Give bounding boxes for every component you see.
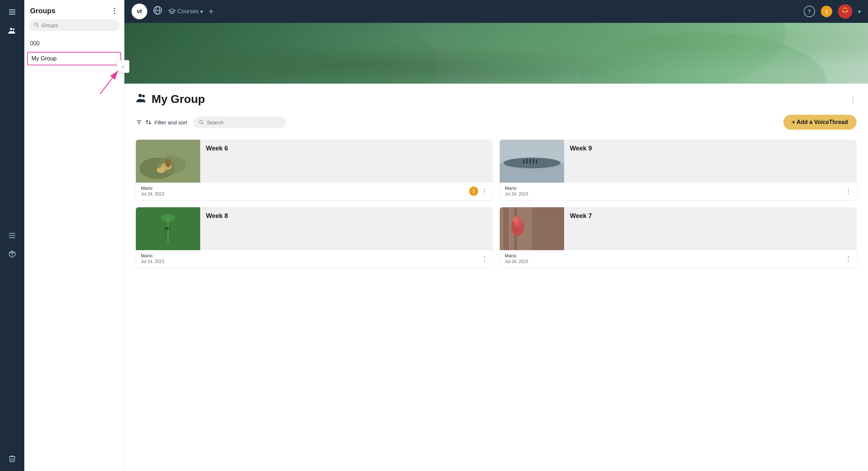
card-badge-week6: 1	[469, 187, 478, 196]
svg-point-55	[166, 227, 168, 229]
content-area: My Group ⋮ Filter and sort + Add a Voice…	[124, 84, 868, 471]
svg-rect-2	[9, 14, 15, 15]
svg-rect-64	[503, 207, 509, 250]
svg-point-53	[161, 214, 175, 222]
avatar-dropdown-icon[interactable]: ▾	[858, 8, 861, 15]
help-button[interactable]: ?	[804, 6, 815, 17]
main-content: vt Courses ▾ + ? 1	[124, 0, 868, 471]
svg-rect-1	[9, 11, 15, 13]
card-title-week9: Week 9	[570, 145, 592, 152]
sidebar-title: Groups	[30, 7, 55, 15]
svg-point-45	[503, 158, 561, 168]
hero-banner	[124, 23, 868, 84]
svg-rect-7	[9, 237, 15, 238]
sidebar-menu-button[interactable]: ⋮	[111, 6, 118, 15]
card-date-week7: Jul 24, 2023	[505, 259, 528, 264]
card-thumbnail-week9[interactable]	[500, 140, 564, 183]
voicethread-grid: Week 6 Mario Jul 24, 2023 1 ⋮	[136, 140, 857, 268]
trash-icon[interactable]	[4, 451, 20, 467]
card-actions-week7: ⋮	[845, 255, 852, 263]
card-footer-week6: Mario Jul 24, 2023 1 ⋮	[136, 183, 493, 200]
add-button[interactable]: +	[209, 6, 214, 16]
svg-point-29	[142, 95, 145, 97]
filter-bar: Filter and sort + Add a VoiceThread	[136, 115, 857, 130]
search-icon	[34, 22, 39, 28]
card-more-menu-week8[interactable]: ⋮	[481, 255, 488, 263]
card-author-week8: Mario	[141, 253, 164, 258]
voicethread-search-input[interactable]	[207, 119, 280, 125]
filter-sort-button[interactable]: Filter and sort	[136, 119, 187, 125]
card-more-menu-week9[interactable]: ⋮	[845, 187, 852, 195]
sidebar-search-input[interactable]	[41, 23, 115, 28]
card-author-week6: Mario	[141, 185, 164, 191]
card-week6: Week 6 Mario Jul 24, 2023 1 ⋮	[136, 140, 493, 200]
card-week8: Week 8 Mario Jul 24, 2023 ⋮	[136, 207, 493, 268]
card-week7: Week 7 Mario Jul 24, 2023 ⋮	[500, 207, 857, 268]
svg-rect-47	[526, 158, 528, 164]
sidebar-item-my-group[interactable]: My Group	[27, 52, 121, 65]
card-actions-week8: ⋮	[481, 255, 488, 263]
sidebar-item-000[interactable]: 000	[24, 37, 124, 50]
card-thumbnail-week8[interactable]	[136, 207, 200, 250]
svg-rect-48	[529, 159, 531, 164]
add-voicethread-button[interactable]: + Add a VoiceThread	[783, 115, 857, 130]
cube-icon[interactable]	[4, 246, 20, 262]
card-title-week6: Week 6	[206, 145, 228, 152]
group-icon	[136, 92, 147, 106]
sidebar: Groups ⋮ 000 My Group	[24, 0, 124, 471]
svg-point-10	[34, 23, 37, 26]
svg-rect-50	[536, 159, 537, 164]
chevron-left-icon: ‹	[122, 64, 124, 69]
courses-dropdown[interactable]: Courses ▾	[168, 8, 203, 15]
group-title-row: My Group	[136, 92, 205, 106]
sidebar-header: Groups ⋮	[24, 0, 124, 19]
group-header: My Group ⋮	[136, 92, 857, 106]
card-thumbnail-week6[interactable]	[136, 140, 200, 183]
card-date-week8: Jul 24, 2023	[141, 259, 164, 264]
card-date-week6: Jul 24, 2023	[141, 192, 164, 197]
people-icon[interactable]	[4, 23, 20, 39]
svg-line-11	[37, 26, 38, 27]
card-actions-week9: ⋮	[845, 187, 852, 195]
card-more-menu-week7[interactable]: ⋮	[845, 255, 852, 263]
card-footer-week9: Mario Jul 24, 2023 ⋮	[500, 183, 857, 200]
svg-point-27	[141, 23, 438, 84]
svg-point-68	[513, 216, 519, 223]
svg-rect-46	[523, 159, 524, 164]
voicethread-search-wrap	[193, 116, 286, 128]
sidebar-search-wrap	[29, 19, 120, 31]
svg-rect-0	[9, 9, 15, 10]
svg-point-33	[199, 120, 202, 123]
svg-rect-24	[844, 12, 847, 13]
svg-point-22	[843, 11, 844, 12]
layers-icon[interactable]	[4, 228, 20, 243]
card-footer-week8: Mario Jul 24, 2023 ⋮	[136, 250, 493, 268]
card-title-week8: Week 8	[206, 212, 228, 220]
card-thumbnail-week7[interactable]	[500, 207, 564, 250]
notification-badge[interactable]: 1	[821, 6, 832, 17]
group-more-menu-button[interactable]: ⋮	[849, 95, 857, 104]
card-author-week7: Mario	[505, 253, 528, 258]
left-nav	[0, 0, 24, 471]
card-more-menu-week6[interactable]: ⋮	[481, 187, 488, 195]
svg-point-23	[847, 11, 848, 12]
svg-rect-6	[9, 235, 15, 236]
card-week9: Week 9 Mario Jul 24, 2023 ⋮	[500, 140, 857, 200]
home-icon[interactable]	[4, 4, 20, 20]
logo-button[interactable]: vt	[132, 4, 147, 19]
sidebar-list: 000 My Group	[24, 35, 124, 471]
svg-point-40	[165, 159, 171, 167]
card-actions-week6: 1 ⋮	[469, 187, 488, 196]
user-avatar[interactable]	[838, 4, 852, 19]
collapse-sidebar-button[interactable]: ‹	[117, 60, 129, 73]
card-title-week7: Week 7	[570, 212, 592, 220]
svg-rect-5	[9, 233, 15, 234]
svg-line-34	[202, 123, 203, 124]
svg-rect-49	[533, 159, 534, 164]
group-title: My Group	[152, 93, 205, 106]
globe-icon[interactable]	[153, 6, 162, 17]
svg-point-41	[157, 167, 165, 173]
svg-point-4	[13, 29, 15, 30]
card-date-week9: Jul 24, 2023	[505, 192, 528, 197]
card-footer-week7: Mario Jul 24, 2023 ⋮	[500, 250, 857, 268]
